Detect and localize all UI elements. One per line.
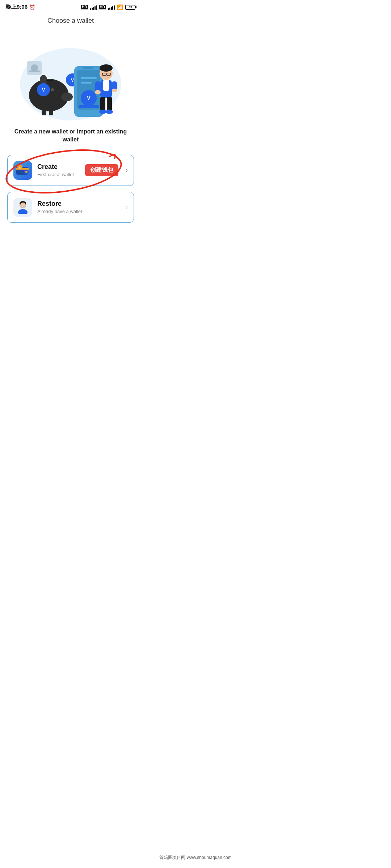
phone-line2 <box>81 82 92 84</box>
create-arrow-icon: › <box>126 166 128 174</box>
page-header: Choose a wallet <box>0 13 141 30</box>
svg-text:$: $ <box>19 166 21 169</box>
options-container: $ Create First use of wallet 创建钱包 › Rest <box>0 155 141 223</box>
battery-percent: 33 <box>129 5 132 9</box>
phone-bar <box>79 105 99 108</box>
alarm-icon: ⏰ <box>29 4 35 10</box>
page-title: Choose a wallet <box>6 17 135 25</box>
create-wallet-card[interactable]: $ Create First use of wallet 创建钱包 › <box>7 155 134 186</box>
svg-text:V: V <box>71 78 74 83</box>
battery-icon: 33 <box>125 5 135 10</box>
create-option-subtitle: First use of wallet <box>37 172 80 177</box>
signal-bars-1 <box>90 5 97 10</box>
hd-badge-2: HD <box>99 5 106 9</box>
create-chinese-badge: 创建钱包 <box>85 164 118 176</box>
person-shoe2 <box>106 110 113 114</box>
time-text: 晚上9:06 <box>6 4 28 10</box>
piggy-eye <box>51 88 54 91</box>
wallet-illustration: V V + V <box>16 41 125 120</box>
frame-line <box>29 71 40 72</box>
create-option-title: Create <box>37 163 80 171</box>
piggy-leg1 <box>42 109 46 115</box>
person-hand-right <box>112 89 117 92</box>
status-time: 晚上9:06 ⏰ <box>6 4 35 10</box>
restore-option-subtitle: Already have a wallet <box>37 209 121 214</box>
piggy-slot <box>46 80 53 81</box>
svg-text:V: V <box>42 88 45 93</box>
restore-wallet-card[interactable]: Restore Already have a wallet › <box>7 192 134 223</box>
svg-point-17 <box>18 209 28 214</box>
person-leg2 <box>107 97 112 111</box>
person-hand-left <box>95 90 101 94</box>
wifi-icon: 📶 <box>117 4 123 10</box>
create-option-text: Create First use of wallet <box>37 163 80 177</box>
person-leg1 <box>100 97 105 111</box>
piggy-snout <box>61 93 73 101</box>
person-shoe1 <box>99 110 106 114</box>
page-subtitle: Create a new wallet or import an existin… <box>0 128 141 155</box>
status-icons: HD HD 📶 33 <box>80 4 135 10</box>
svg-text:V: V <box>87 95 91 101</box>
illustration-svg: V V + V <box>16 41 125 120</box>
svg-point-11 <box>25 171 28 173</box>
person-hair <box>100 64 113 72</box>
hd-badge-1: HD <box>81 5 88 9</box>
person-icon <box>16 201 29 214</box>
phone-line1 <box>81 77 97 79</box>
restore-option-title: Restore <box>37 200 121 208</box>
restore-arrow-icon: › <box>126 203 128 211</box>
svg-point-16 <box>20 203 25 208</box>
illustration-container: V V + V <box>0 30 141 128</box>
person-shirt <box>103 80 109 91</box>
wallet-icon: $ <box>16 165 29 176</box>
signal-bars-2 <box>108 5 115 10</box>
status-bar: 晚上9:06 ⏰ HD HD 📶 33 <box>0 0 141 13</box>
restore-icon-container <box>13 198 32 217</box>
phone-notch <box>83 67 93 69</box>
restore-option-text: Restore Already have a wallet <box>37 200 121 214</box>
create-icon-container: $ <box>13 161 32 180</box>
piggy-leg2 <box>49 109 53 115</box>
